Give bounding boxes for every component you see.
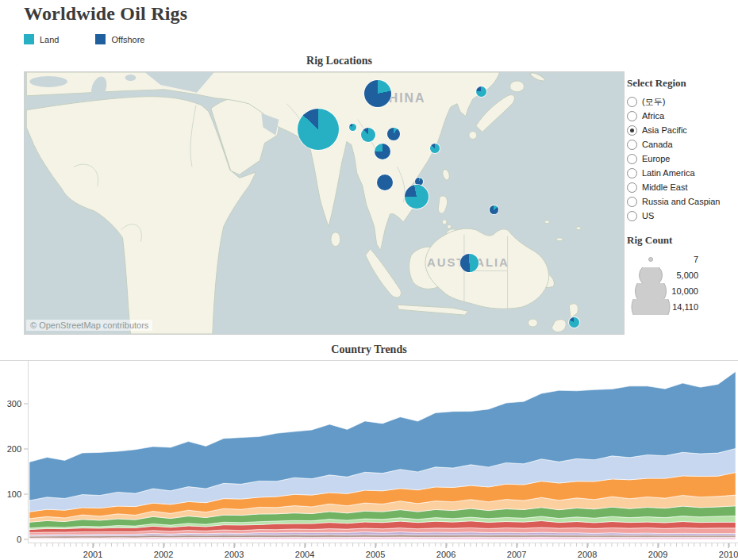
region-option-russia-and-caspian[interactable]: Russia and Caspian (627, 194, 736, 209)
size-bubble-icon (635, 283, 667, 299)
color-legend: LandOffshore (24, 34, 144, 44)
region-option--[interactable]: (모두) (627, 94, 736, 109)
region-option-label: Canada (642, 140, 673, 149)
region-option-latin-america[interactable]: Latin America (627, 166, 736, 180)
region-filter-title: Select Region (627, 77, 736, 90)
y-axis-tick-label: 0 (17, 535, 21, 544)
x-axis-year-label: 2008 (578, 550, 597, 559)
size-legend-row: 10,000 (627, 283, 736, 299)
y-axis-tick-label: 300 (7, 399, 21, 408)
dashboard: Worldwide Oil Rigs LandOffshore Rig Loca… (0, 0, 738, 560)
radio-unselected-icon[interactable] (627, 140, 637, 150)
map-pie-vietnam[interactable] (387, 128, 400, 140)
map-pie-new-zealand[interactable] (569, 317, 579, 328)
radio-unselected-icon[interactable] (627, 182, 637, 193)
radio-unselected-icon[interactable] (627, 168, 637, 178)
country-trends-chart[interactable]: 0100200300200120022003200420052006200720… (0, 360, 738, 560)
region-option-europe[interactable]: Europe (627, 152, 736, 166)
size-legend-row: 14,110 (627, 299, 736, 315)
x-axis-year-label: 2004 (295, 550, 314, 559)
map-section-title: Rig Locations (24, 55, 655, 67)
radio-unselected-icon[interactable] (627, 97, 637, 107)
size-bubble-icon (632, 299, 671, 315)
y-axis-tick-label: 100 (7, 489, 21, 499)
map-pie-myanmar[interactable] (361, 128, 375, 142)
x-axis-year-label: 2005 (366, 550, 385, 559)
map-pie-philippines[interactable] (430, 144, 440, 153)
region-option-label: Africa (642, 111, 664, 121)
region-option-label: Middle East (642, 182, 687, 192)
y-axis-tick-label: 200 (7, 444, 21, 454)
x-axis-year-label: 2003 (225, 550, 244, 559)
map-pie-papua-new-guinea[interactable] (490, 205, 498, 214)
size-label: 7 (694, 255, 698, 264)
size-legend-row: 7 (627, 251, 736, 267)
legend-label: Land (40, 35, 59, 44)
map-pie-china[interactable] (364, 80, 391, 107)
region-option-label: (모두) (642, 96, 665, 108)
radio-unselected-icon[interactable] (627, 154, 637, 164)
map-pie-australia[interactable] (460, 254, 479, 272)
map-pie-thailand[interactable] (375, 144, 390, 159)
region-option-label: Europe (642, 154, 670, 163)
radio-selected-icon[interactable] (627, 125, 637, 136)
offshore-swatch (95, 34, 106, 44)
region-option-africa[interactable]: Africa (627, 109, 736, 123)
size-label: 5,000 (676, 270, 698, 280)
legend-label: Offshore (111, 35, 144, 44)
region-option-label: Asia Pacific (642, 125, 687, 135)
radio-unselected-icon[interactable] (627, 111, 637, 121)
x-axis-year-label: 2007 (507, 550, 526, 559)
legend-item-land: Land (24, 34, 59, 44)
size-label: 14,110 (672, 302, 698, 312)
map-pie-india[interactable] (298, 109, 339, 150)
land-swatch (24, 34, 34, 44)
rig-locations-map[interactable]: CHINAAUSTRALIA © OpenStreetMap contribut… (24, 71, 625, 335)
region-option-label: Latin America (642, 168, 695, 178)
size-label: 10,000 (671, 286, 698, 296)
chart-section-title: Country Trends (0, 343, 738, 356)
x-axis-year-label: 2001 (83, 550, 102, 559)
region-option-asia-pacific[interactable]: Asia Pacific (627, 123, 736, 137)
region-option-middle-east[interactable]: Middle East (627, 180, 736, 194)
map-pie-malaysia[interactable] (377, 175, 393, 190)
page-title: Worldwide Oil Rigs (24, 3, 187, 25)
radio-unselected-icon[interactable] (627, 197, 637, 207)
x-axis-year-label: 2002 (154, 550, 173, 559)
size-legend-title: Rig Count (627, 234, 736, 247)
map-attribution: © OpenStreetMap contributors (26, 320, 152, 331)
x-axis-year-label: 2006 (436, 550, 455, 559)
radio-unselected-icon[interactable] (627, 211, 637, 221)
region-filter-list: (모두)AfricaAsia PacificCanadaEuropeLatin … (627, 94, 736, 223)
size-bubble-icon (639, 267, 663, 283)
map-pie-bangladesh[interactable] (349, 124, 356, 131)
legend-item-offshore: Offshore (95, 34, 144, 44)
size-legend-row: 5,000 (627, 267, 736, 283)
region-option-label: Russia and Caspian (642, 197, 720, 206)
rig-count-size-legend: 75,00010,00014,110 (627, 251, 736, 315)
region-option-canada[interactable]: Canada (627, 137, 736, 152)
size-bubble-icon (648, 257, 653, 262)
region-option-label: US (642, 211, 654, 221)
map-pie-indonesia[interactable] (405, 185, 429, 209)
map-pie-japan[interactable] (476, 86, 486, 97)
x-axis-year-label: 2009 (648, 550, 667, 559)
x-axis-year-label: 2010 (719, 550, 738, 559)
region-option-us[interactable]: US (627, 209, 736, 223)
